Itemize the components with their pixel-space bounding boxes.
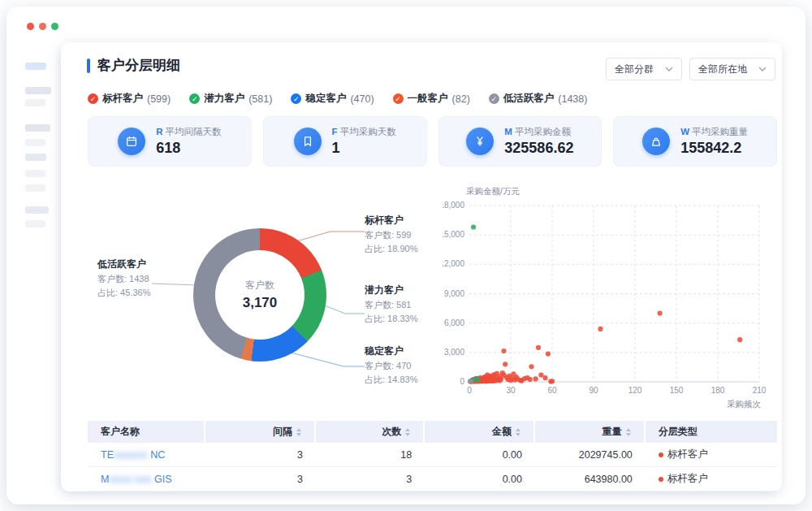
- scatter-y-axis-title: 采购金额/万元: [466, 186, 520, 196]
- stat-label-text: 平均采购金额: [515, 127, 571, 136]
- sort-icon: [626, 428, 631, 436]
- stat-text: R平均间隔天数 618: [156, 126, 221, 157]
- stat-prefix: R: [156, 127, 162, 136]
- segment-dot-icon: [659, 453, 663, 457]
- sort-down-icon: [405, 433, 410, 436]
- column-header-label: 分层类型: [659, 425, 698, 439]
- sort-up-icon: [516, 428, 520, 431]
- svg-text:6,000: 6,000: [444, 318, 464, 327]
- svg-text:90: 90: [589, 386, 598, 395]
- donut-chart[interactable]: 客户数 3,170: [193, 228, 326, 362]
- svg-text:12,000: 12,000: [443, 259, 464, 268]
- table-cell: 3: [205, 443, 316, 466]
- svg-text:120: 120: [628, 386, 642, 395]
- customer-name-link[interactable]: TEoooooo NC: [101, 449, 165, 461]
- column-header-label: 金额: [492, 425, 512, 439]
- check-circle-icon: ✓: [291, 93, 301, 104]
- legend-item-3[interactable]: ✓稳定客户(470): [291, 92, 374, 106]
- scatter-point[interactable]: [536, 345, 541, 350]
- scatter-point[interactable]: [550, 379, 555, 383]
- minimize-button[interactable]: [39, 23, 46, 30]
- window-controls: [27, 23, 58, 30]
- chevron-down-icon: [758, 67, 767, 71]
- column-header-6: 分层类型: [646, 421, 777, 443]
- check-circle-icon: ✓: [88, 93, 98, 104]
- svg-text:15,000: 15,000: [443, 230, 464, 239]
- legend-label: 低活跃客户: [503, 92, 555, 106]
- stat-value: 325586.62: [504, 140, 573, 157]
- callout-name: 标杆客户: [365, 214, 417, 227]
- scatter-point[interactable]: [737, 337, 742, 342]
- column-header-1: 客户名称: [88, 421, 205, 443]
- svg-text:60: 60: [547, 386, 557, 395]
- table-cell: Moooo ooo GIS: [88, 467, 205, 491]
- sidebar-skeleton-bar: [25, 124, 50, 132]
- callout-name: 潜力客户: [365, 284, 417, 297]
- column-header-3[interactable]: 次数: [316, 421, 425, 443]
- donut-center-label: 客户数: [245, 279, 274, 292]
- segment-group-filter[interactable]: 全部分群: [606, 58, 682, 80]
- legend-item-5[interactable]: ✓低活跃客户(1438): [489, 92, 588, 106]
- segment-dot-icon: [659, 477, 663, 482]
- weight-icon: [642, 128, 670, 155]
- sidebar-skeleton-bar: [25, 206, 49, 214]
- table-cell: 标杆客户: [646, 467, 777, 491]
- name-masked: oooo ooo: [109, 474, 151, 485]
- customer-name-link[interactable]: Moooo ooo GIS: [101, 474, 172, 485]
- scatter-point[interactable]: [538, 373, 543, 378]
- table-cell: 0.00: [425, 467, 535, 491]
- scatter-point[interactable]: [501, 349, 506, 353]
- svg-text:9,000: 9,000: [444, 289, 464, 298]
- sort-icon: [516, 428, 520, 436]
- name-prefix: TE: [101, 449, 114, 461]
- sort-down-icon: [626, 433, 631, 436]
- legend-label: 一般客户: [408, 92, 448, 106]
- scatter-point[interactable]: [598, 327, 603, 331]
- sidebar-skeleton-bar: [25, 139, 45, 146]
- scatter-chart[interactable]: 030609012015018021003,0006,0009,00012,00…: [443, 183, 777, 420]
- stat-text: F平均采购天数 1: [332, 126, 396, 157]
- legend-item-4[interactable]: ✓一般客户(82): [393, 92, 470, 106]
- column-header-label: 次数: [382, 425, 401, 439]
- scatter-point[interactable]: [533, 376, 538, 381]
- column-header-2[interactable]: 间隔: [205, 421, 316, 443]
- location-filter[interactable]: 全部所在地: [689, 58, 775, 80]
- scatter-point[interactable]: [471, 224, 476, 229]
- stat-label: M平均采购金额: [504, 126, 573, 138]
- sort-up-icon: [626, 428, 631, 431]
- yen-icon: [466, 128, 494, 155]
- scatter-point[interactable]: [542, 375, 547, 380]
- scatter-point[interactable]: [529, 364, 533, 369]
- legend-count: (599): [147, 93, 171, 105]
- callout-low-active: 低活跃客户 客户数: 1438 占比: 45.36%: [97, 258, 150, 300]
- column-header-5[interactable]: 重量: [535, 421, 646, 443]
- scatter-point[interactable]: [469, 379, 473, 383]
- stat-text: W平均采购重量 155842.2: [680, 126, 748, 157]
- scatter-point[interactable]: [658, 311, 663, 316]
- stat-text: M平均采购金额 325586.62: [504, 126, 573, 157]
- scatter-point[interactable]: [528, 377, 533, 382]
- stat-label-text: 平均间隔天数: [166, 127, 222, 136]
- legend-count: (1438): [558, 93, 587, 105]
- page-title: 客户分层明细: [97, 56, 180, 75]
- scatter-point[interactable]: [503, 362, 508, 366]
- close-button[interactable]: [27, 23, 34, 30]
- stat-card-weight: W平均采购重量 155842.2: [613, 116, 777, 167]
- stat-prefix: M: [504, 127, 512, 136]
- stat-label: R平均间隔天数: [156, 126, 221, 138]
- scatter-point[interactable]: [475, 378, 480, 383]
- legend-count: (581): [248, 93, 272, 105]
- svg-text:180: 180: [711, 386, 725, 395]
- column-header-4[interactable]: 金额: [425, 421, 535, 443]
- legend-item-2[interactable]: ✓潜力客户(581): [189, 92, 272, 106]
- legend-item-1[interactable]: ✓标杆客户(599): [88, 92, 171, 106]
- name-suffix: GIS: [152, 474, 172, 485]
- column-header-label: 重量: [603, 425, 622, 439]
- svg-text:210: 210: [753, 386, 767, 395]
- donut-center-value: 3,170: [243, 295, 278, 311]
- fullscreen-button[interactable]: [51, 23, 58, 30]
- scatter-point[interactable]: [546, 352, 551, 357]
- sort-up-icon: [405, 428, 410, 431]
- stat-label-text: 平均采购重量: [692, 127, 748, 136]
- main-panel: 客户分层明细 全部分群 全部所在地 ✓标杆客户(599)✓潜力客户(581)✓稳…: [61, 42, 782, 492]
